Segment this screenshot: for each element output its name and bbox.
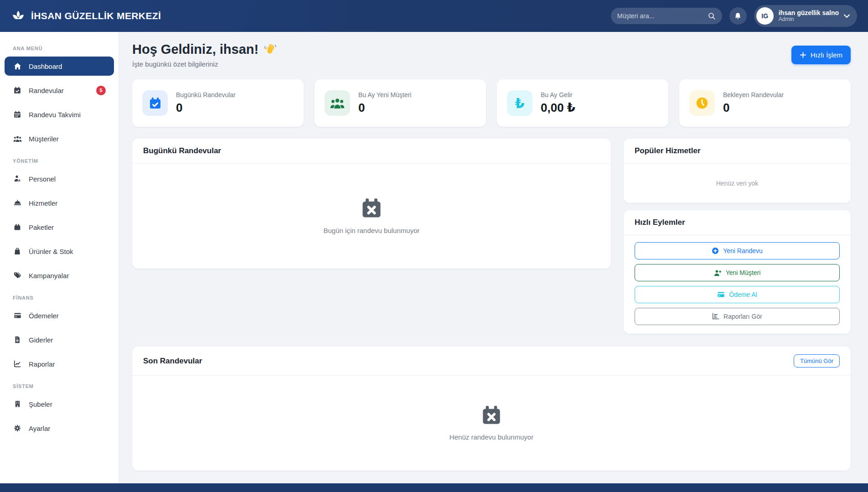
plus-icon [800,52,806,58]
search-icon[interactable] [708,12,716,20]
sidebar-item-kampanyalar[interactable]: Kampanyalar [0,266,114,285]
invoice-icon [13,336,22,343]
view-all-button[interactable]: Tümünü Gör [794,354,840,368]
sidebar-section-label: YÖNETİM [0,158,114,164]
empty-state-text: Henüz randevu bulunmuyor [450,433,533,441]
sidebar-item-label: Ürünler & Stok [29,248,73,255]
credit-card-icon [717,291,725,298]
view-reports-button[interactable]: Raporları Gör [635,308,840,325]
sidebar-item-label: Ödemeler [29,312,59,320]
stat-label: Bugünkü Randevular [176,91,236,98]
chart-line-icon [13,360,22,368]
sidebar-item-randevular[interactable]: Randevular 5 [0,81,114,100]
bell-icon [734,12,742,20]
quick-action-button[interactable]: Hızlı İşlem [791,46,851,64]
user-menu[interactable]: IG ihsan güzellik salno Admin [754,5,857,27]
sidebar: ANA MENÜ Dashboard Randevular 5 [0,32,119,483]
sidebar-section-label: FİNANS [0,295,114,300]
sidebar-item-label: Raporlar [29,360,55,368]
stat-card-today-appointments: Bugünkü Randevular 0 [132,79,304,127]
waving-hand-icon [264,43,276,56]
topbar: İHSAN GÜZELLİK MERKEZİ IG ihsan güzellik [0,0,868,32]
sidebar-item-label: Dashboard [29,62,62,70]
sidebar-item-label: Randevular [29,87,64,94]
box-icon [13,223,22,231]
recent-appointments-panel: Son Randevular Tümünü Gör Henüz randevu … [132,347,851,471]
user-name: ihsan güzellik salno [779,9,839,16]
stat-label: Bu Ay Yeni Müşteri [358,91,411,98]
credit-card-icon [13,312,22,319]
sidebar-item-urunler-stok[interactable]: Ürünler & Stok [0,242,114,261]
new-customer-button[interactable]: Yeni Müşteri [635,264,840,281]
sidebar-item-raporlar[interactable]: Raporlar [0,354,114,373]
panel-title: Hızlı Eylemler [635,218,685,227]
concierge-bell-icon [13,200,22,207]
sidebar-item-musteriler[interactable]: Müşteriler [0,129,114,148]
sidebar-item-hizmetler[interactable]: Hizmetler [0,193,114,212]
chevron-down-icon [844,14,850,18]
sidebar-item-randevu-takvimi[interactable]: Randevu Takvimi [0,105,114,124]
customer-search-input[interactable] [617,12,708,20]
quick-actions-panel: Hızlı Eylemler Yeni Randevu [624,210,851,334]
sidebar-section-label: ANA MENÜ [0,46,114,51]
stat-value: 0,00 ₺ [541,101,575,115]
empty-state-text: Henüz veri yok [716,180,759,187]
sidebar-item-personel[interactable]: Personel [0,169,114,188]
users-icon [325,90,350,116]
turkish-lira-icon: ₺ [507,90,532,116]
sidebar-item-giderler[interactable]: Giderler [0,330,114,349]
stat-label: Bu Ay Gelir [541,91,575,98]
sidebar-item-label: Müşteriler [29,135,59,143]
bottom-bar [0,483,868,492]
user-role: Admin [779,16,839,23]
shopping-bag-icon [13,248,22,255]
building-icon [13,400,22,408]
users-icon [13,135,22,142]
home-icon [13,62,22,70]
chart-bar-icon [712,313,719,320]
stat-card-pending-appointments: Bekleyen Randevular 0 [679,79,851,127]
sidebar-item-label: Şubeler [29,400,52,408]
sidebar-item-label: Hizmetler [29,199,57,207]
sidebar-item-label: Ayarlar [29,425,50,432]
calendar-xmark-icon [361,198,382,219]
customer-search [611,8,722,24]
page-subtitle: İşte bugünkü özet bilgileriniz [132,60,276,68]
calendar-check-icon [13,87,22,94]
spa-lotus-icon [12,10,25,22]
empty-state-text: Bugün için randevu bulunmuyor [324,227,420,234]
stat-label: Bekleyen Randevular [723,91,784,98]
stat-cards: Bugünkü Randevular 0 Bu Ay Yeni Müşteri … [132,79,851,127]
panel-title: Son Randevular [143,357,202,366]
stat-value: 0 [176,101,236,115]
panel-title: Bugünkü Randevular [143,146,221,155]
stat-card-monthly-revenue: ₺ Bu Ay Gelir 0,00 ₺ [497,79,668,127]
take-payment-button[interactable]: Ödeme Al [635,286,840,303]
sidebar-item-subeler[interactable]: Şubeler [0,394,114,414]
stat-value: 0 [358,101,411,115]
sidebar-item-label: Personel [29,175,56,183]
user-plus-icon [714,269,722,276]
sidebar-item-label: Paketler [29,223,54,231]
notifications-button[interactable] [729,7,747,25]
page-title: Hoş Geldiniz, ihsan! [132,42,258,57]
sidebar-item-odemeler[interactable]: Ödemeler [0,306,114,325]
sidebar-section-label: SİSTEM [0,383,114,389]
main-content: Hoş Geldiniz, ihsan! [119,32,868,483]
sidebar-item-label: Kampanyalar [29,272,69,280]
gear-icon [13,425,22,432]
stat-value: 0 [723,101,784,115]
randevular-badge: 5 [96,86,106,95]
avatar: IG [756,7,774,25]
calendar-xmark-icon [481,405,501,425]
sidebar-item-ayarlar[interactable]: Ayarlar [0,419,114,438]
sidebar-item-dashboard[interactable]: Dashboard [5,57,114,76]
sidebar-item-paketler[interactable]: Paketler [0,218,114,237]
sidebar-item-label: Randevu Takvimi [29,111,81,119]
stat-card-new-customers: Bu Ay Yeni Müşteri 0 [315,79,486,127]
user-chart-icon [13,175,22,182]
new-appointment-button[interactable]: Yeni Randevu [635,242,840,259]
clock-icon [689,90,715,116]
brand: İHSAN GÜZELLİK MERKEZİ [12,10,161,22]
calendar-check-icon [142,90,168,116]
